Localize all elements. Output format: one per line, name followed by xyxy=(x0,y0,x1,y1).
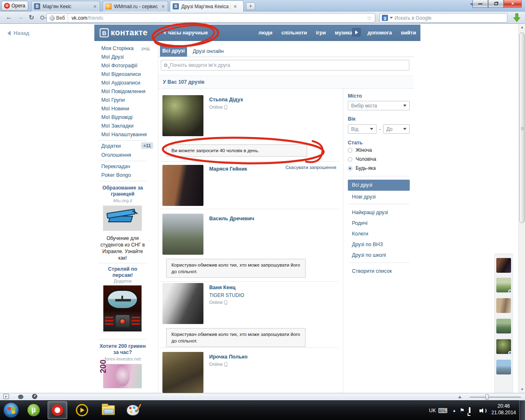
friend-name[interactable]: Маряся Гейник xyxy=(209,166,247,172)
nav-more-button[interactable] xyxy=(352,28,361,37)
page-scrollbar[interactable]: ▲ ▼ xyxy=(518,24,525,393)
sidebar-item-my-friends[interactable]: Мої Друзі xyxy=(101,54,124,60)
tab-friends-online[interactable]: Друзі онлайн xyxy=(193,48,224,54)
taskbar-aimp-button[interactable] xyxy=(72,401,92,419)
sidebar-item-apps[interactable]: Додатки xyxy=(101,143,121,149)
friend-name[interactable]: Василь Дречевич xyxy=(209,216,254,221)
opera-unite-icon[interactable] xyxy=(18,395,23,399)
browser-tab-2[interactable]: WMmail.ru - сервис п... × xyxy=(103,1,168,11)
sidebar-item-translator[interactable]: Перекладач xyxy=(101,164,130,169)
radio-icon[interactable] xyxy=(348,148,352,153)
window-minimize-button[interactable] xyxy=(472,0,488,8)
ad1-image[interactable] xyxy=(103,205,142,231)
online-friend-avatar[interactable] xyxy=(496,360,511,374)
sidebar-item-poker-bongo[interactable]: Poker Bongo xyxy=(101,172,131,178)
tab-close-icon[interactable]: × xyxy=(93,4,97,9)
sidebar-item-my-videos[interactable]: Мої Відеозаписи xyxy=(101,71,141,77)
window-close-button[interactable]: × xyxy=(504,0,522,8)
nav-communities[interactable]: спільноти xyxy=(281,30,307,36)
scrollbar-thumb[interactable] xyxy=(519,32,525,223)
keyboard-icon[interactable]: ⌨ xyxy=(438,407,447,415)
friend-name[interactable]: Ирочка Полько xyxy=(209,354,248,360)
zoom-slider-track[interactable] xyxy=(470,397,521,398)
tab-close-icon[interactable]: × xyxy=(161,4,165,9)
address-field[interactable]: Веб vk.com /friends ☆ xyxy=(46,13,375,23)
list-university-friends[interactable]: Друзі по ВНЗ xyxy=(352,242,383,247)
taskbar-utorrent-button[interactable]: µ xyxy=(24,401,43,419)
friend-name[interactable]: Ваня Кенц xyxy=(209,285,235,290)
browser-tab-1[interactable]: В Мар'ян Кекіс × xyxy=(31,1,100,11)
gender-option-female[interactable]: Жіноча xyxy=(348,147,372,153)
start-button[interactable] xyxy=(3,402,19,418)
tray-language-indicator[interactable]: UK xyxy=(429,408,436,413)
list-colleagues[interactable]: Колеги xyxy=(352,231,368,237)
opera-turbo-icon[interactable] xyxy=(32,394,37,399)
sidebar-item-my-messages[interactable]: Мої Повідомлення xyxy=(101,89,145,94)
vk-promo-link[interactable]: часы наручные xyxy=(163,30,208,36)
sidebar-item-my-settings[interactable]: Мої Налаштування xyxy=(101,132,147,137)
panels-toggle-icon[interactable] xyxy=(3,394,9,399)
back-button[interactable]: ← xyxy=(6,14,12,21)
ad2-title[interactable]: Стреляй по персам! xyxy=(98,266,147,278)
sidebar-item-my-photos[interactable]: Мої Фотографії xyxy=(101,63,137,68)
create-list-link[interactable]: Створити список xyxy=(352,268,392,274)
sidebar-item-my-audio[interactable]: Мої Аудіозаписи xyxy=(101,80,140,86)
sidebar-item-my-replies[interactable]: Мої Відповіді xyxy=(101,114,132,120)
nav-music[interactable]: музика xyxy=(335,30,352,36)
tab-all-friends[interactable]: Всі друзі xyxy=(160,45,187,57)
nav-logout[interactable]: вийти xyxy=(401,30,416,36)
new-tab-button[interactable]: + xyxy=(246,2,255,10)
browser-search-field[interactable]: g xyxy=(379,13,507,23)
search-engine-caret-icon[interactable] xyxy=(390,17,393,19)
ad1-text[interactable]: Обучение для студентов из СНГ в Израиле.… xyxy=(98,235,147,261)
ad1-url[interactable]: il4u.org.il xyxy=(98,198,147,203)
tray-expand-icon[interactable]: ▲ xyxy=(452,409,456,413)
gender-option-any[interactable]: Будь-яка xyxy=(348,165,376,171)
sidebar-item-my-news[interactable]: Мої Новини xyxy=(101,106,129,112)
online-friend-avatar[interactable] xyxy=(496,278,511,292)
taskbar-clock[interactable]: 20:46 21.08.2014 xyxy=(489,403,518,416)
browser-search-input[interactable] xyxy=(395,15,507,21)
cancel-invitation-link[interactable]: Скасувати запрошення xyxy=(285,165,336,170)
friend-avatar[interactable] xyxy=(162,165,203,206)
taskbar-explorer-button[interactable] xyxy=(98,401,118,419)
download-arrow-icon[interactable] xyxy=(512,13,522,23)
scroll-up-button[interactable]: ▲ xyxy=(519,24,525,31)
gender-option-male[interactable]: Чоловіча xyxy=(348,156,376,162)
online-friend-avatar[interactable] xyxy=(496,298,511,313)
sidebar-item-my-groups[interactable]: Мої Групи xyxy=(101,97,125,103)
sidebar-item-ads[interactable]: Оголошення xyxy=(101,152,131,158)
browser-tab-3-active[interactable]: В Друзі Мар'яна Кекіса |... × xyxy=(170,0,244,12)
scroll-down-button[interactable]: ▼ xyxy=(519,386,525,393)
zoom-slider-thumb[interactable] xyxy=(485,394,489,400)
friend-avatar[interactable] xyxy=(162,214,203,255)
list-best-friends[interactable]: Найкращі друзі xyxy=(352,210,388,215)
radio-selected-icon[interactable] xyxy=(348,166,352,171)
age-to-select[interactable]: До xyxy=(383,124,410,134)
nav-people[interactable]: люди xyxy=(258,30,272,36)
nav-help[interactable]: допомога xyxy=(368,30,392,36)
reload-button[interactable]: ↻ xyxy=(29,14,34,21)
age-from-select[interactable]: Від xyxy=(348,124,377,134)
page-back-link[interactable]: Назад xyxy=(7,30,30,36)
list-new-friends[interactable]: Нові друзі xyxy=(352,194,376,200)
nav-games[interactable]: ігри xyxy=(316,30,326,36)
online-friend-avatar[interactable] xyxy=(496,339,511,354)
taskbar-paint-button[interactable] xyxy=(123,401,143,419)
taskbar-opera-button-active[interactable] xyxy=(48,401,67,419)
opera-menu-button[interactable]: O Opera xyxy=(1,1,28,11)
link-key-icon[interactable] xyxy=(40,16,44,20)
online-friend-avatar[interactable] xyxy=(496,258,511,273)
city-select[interactable]: Вибір міста xyxy=(348,101,410,110)
show-desktop-button[interactable] xyxy=(519,400,525,420)
action-center-flag-icon[interactable]: ⚑ xyxy=(460,407,465,413)
ad2-image[interactable] xyxy=(103,285,142,332)
friend-search-input[interactable] xyxy=(170,62,409,68)
friend-search-field[interactable] xyxy=(161,60,409,71)
friend-avatar[interactable] xyxy=(162,283,203,324)
radio-icon[interactable] xyxy=(348,157,352,162)
ad3-title[interactable]: Хотите 200 гривен за час? xyxy=(98,343,147,356)
sidebar-item-my-page[interactable]: Моя Сторінка xyxy=(101,46,134,51)
friend-name[interactable]: Стьопа Дідух xyxy=(209,97,243,103)
tab-close-icon[interactable]: × xyxy=(233,4,237,9)
